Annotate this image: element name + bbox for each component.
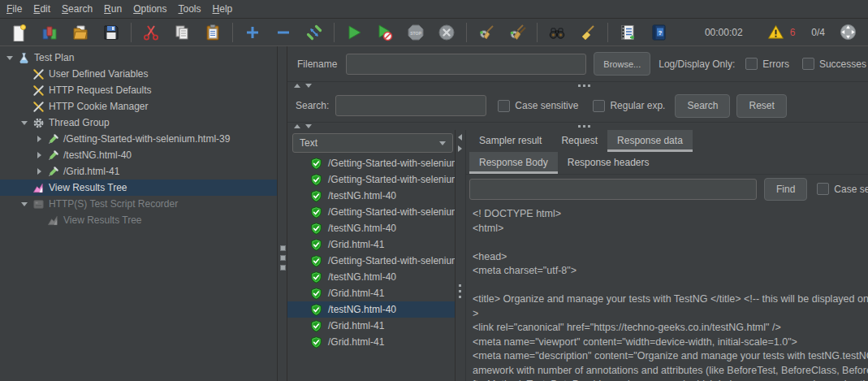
errors-checkbox[interactable]: [745, 58, 758, 70]
remove-button[interactable]: [273, 22, 294, 43]
result-item[interactable]: /Getting-Started-with-selenium.html-39: [287, 204, 455, 220]
splitter-grip[interactable]: [578, 125, 590, 128]
regular-exp-checkbox[interactable]: [593, 100, 605, 112]
result-item[interactable]: /testNG.html-40: [287, 220, 455, 236]
tab-request[interactable]: Request: [551, 130, 607, 152]
tree-item[interactable]: User Defined Variables: [0, 66, 277, 82]
search-button[interactable]: [546, 22, 568, 43]
case-sensitive-checkbox[interactable]: [498, 100, 510, 112]
start-button[interactable]: [343, 22, 365, 43]
browse-button[interactable]: Browse...: [594, 52, 650, 76]
subtab-response-headers[interactable]: Response headers: [558, 152, 659, 174]
find-input[interactable]: [469, 179, 757, 200]
tree-item[interactable]: View Results Tree: [0, 212, 277, 228]
tree-collapsed-expander-icon[interactable]: [32, 165, 45, 178]
filename-input[interactable]: [346, 54, 586, 75]
find-button[interactable]: Find: [764, 178, 807, 201]
clear-all-button[interactable]: [507, 22, 528, 43]
tree-expanded-expander-icon[interactable]: [18, 116, 31, 129]
open-button[interactable]: [70, 22, 91, 43]
subtab-response-body[interactable]: Response Body: [469, 152, 558, 174]
search-button[interactable]: Search: [675, 94, 730, 118]
results-splitter[interactable]: [455, 130, 466, 381]
tree-item-label: User Defined Variables: [49, 68, 149, 80]
menu-options[interactable]: Options: [127, 1, 172, 17]
view-selector-dropdown[interactable]: Text: [292, 133, 453, 153]
result-item[interactable]: /testNG.html-40: [287, 188, 455, 204]
paste-button[interactable]: [202, 22, 223, 43]
menu-file[interactable]: File: [1, 1, 28, 17]
stop-button[interactable]: [405, 22, 426, 43]
search-input[interactable]: [335, 95, 486, 116]
menu-edit[interactable]: Edit: [28, 1, 56, 17]
tree-item[interactable]: Thread Group: [0, 115, 277, 131]
result-item-label: /Getting-Started-with-selenium.html-39: [328, 255, 455, 266]
result-item[interactable]: /Getting-Started-with-selenium.html-39: [287, 171, 455, 188]
tree-item[interactable]: /Grid.html-41: [0, 163, 277, 180]
splitter-grip[interactable]: [459, 284, 461, 298]
result-item-label: /Getting-Started-with-selenium.html-39: [328, 158, 455, 169]
splitter-collapse-arrows[interactable]: [458, 134, 462, 152]
successes-checkbox[interactable]: [802, 58, 814, 70]
splitter-collapse-arrows[interactable]: [294, 123, 312, 129]
copy-button[interactable]: [171, 22, 192, 43]
test-plan-tree: Test PlanUser Defined VariablesHTTP Requ…: [0, 46, 278, 381]
start-no-timers-button[interactable]: [374, 22, 395, 43]
function-helper-button[interactable]: [617, 22, 638, 43]
horizontal-splitter-2[interactable]: [287, 122, 868, 130]
response-body-area[interactable]: <! DOCTYPE html> <html> <head> <meta cha…: [466, 203, 868, 381]
config-icon: [32, 68, 45, 80]
tree-item[interactable]: Test Plan: [0, 50, 277, 66]
tree-collapsed-expander-icon[interactable]: [32, 132, 45, 145]
cut-button[interactable]: [140, 22, 162, 43]
tree-item[interactable]: View Results Tree: [0, 180, 277, 196]
splitter-grip[interactable]: [280, 245, 286, 271]
warning-triangle-icon[interactable]: [767, 24, 784, 41]
save-button[interactable]: [101, 22, 122, 43]
menu-tools[interactable]: Tools: [173, 1, 207, 17]
result-item[interactable]: /testNG.html-40: [287, 301, 455, 318]
tree-expander-spacer: [18, 181, 31, 194]
toggle-button[interactable]: [304, 22, 325, 43]
result-item[interactable]: /Grid.html-41: [287, 334, 455, 350]
clear-button[interactable]: [476, 22, 497, 43]
result-item[interactable]: /testNG.html-40: [287, 269, 455, 285]
reset-button[interactable]: Reset: [736, 94, 786, 118]
tab-response-data[interactable]: Response data: [607, 130, 693, 152]
menu-help[interactable]: Help: [207, 1, 239, 17]
results-list-panel: Text /Getting-Started-with-selenium.html…: [287, 130, 455, 381]
menu-search[interactable]: Search: [56, 1, 98, 17]
search-label: Search:: [296, 100, 329, 111]
search-reset-button[interactable]: [577, 22, 598, 43]
success-shield-icon: [310, 304, 322, 316]
horizontal-splitter-1[interactable]: [287, 81, 868, 89]
splitter-grip[interactable]: [578, 84, 590, 87]
shutdown-button[interactable]: [436, 22, 457, 43]
tree-item[interactable]: /testNG.html-40: [0, 147, 277, 163]
tree-item[interactable]: HTTP Cookie Manager: [0, 98, 277, 115]
config-icon: [32, 84, 45, 97]
result-item[interactable]: /Getting-Started-with-selenium.html-39: [287, 253, 455, 269]
tree-splitter[interactable]: [278, 46, 287, 381]
tree-expanded-expander-icon[interactable]: [3, 51, 16, 64]
menu-run[interactable]: Run: [98, 1, 127, 17]
result-item[interactable]: /Grid.html-41: [287, 236, 455, 253]
new-file-button[interactable]: [8, 22, 29, 43]
result-item[interactable]: /Grid.html-41: [287, 285, 455, 301]
search-reset-icon: [579, 24, 597, 41]
templates-button[interactable]: [39, 22, 60, 43]
tree-collapsed-expander-icon[interactable]: [32, 149, 45, 162]
result-item[interactable]: /Getting-Started-with-selenium.html-39: [287, 155, 455, 171]
cut-icon: [142, 24, 160, 41]
tree-item[interactable]: HTTP Request Defaults: [0, 82, 277, 98]
tree-item[interactable]: HTTP(S) Test Script Recorder: [0, 196, 277, 212]
tab-sampler-result[interactable]: Sampler result: [469, 130, 551, 152]
add-button[interactable]: [242, 22, 263, 43]
splitter-collapse-arrows[interactable]: [294, 83, 312, 89]
tree-item[interactable]: /Getting-Started-with-selenium.html-39: [0, 131, 277, 147]
find-case-sensitive-checkbox[interactable]: [817, 183, 829, 195]
result-item[interactable]: /Grid.html-41: [287, 318, 455, 334]
toolbar-separator: [466, 23, 467, 42]
help-button[interactable]: [648, 22, 669, 43]
tree-expanded-expander-icon[interactable]: [18, 197, 31, 210]
